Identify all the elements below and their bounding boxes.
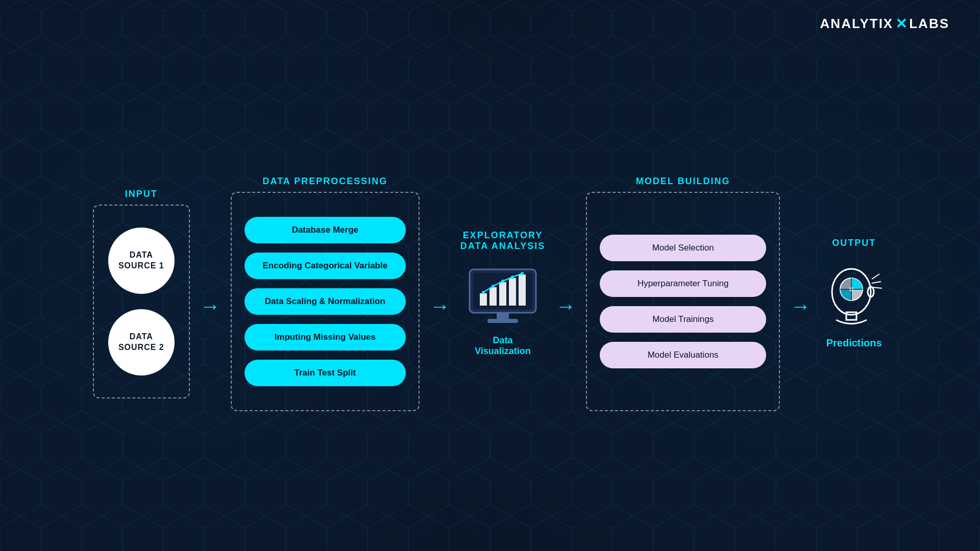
svg-rect-15: [846, 312, 856, 320]
output-section: OUTPUT: [821, 238, 887, 349]
logo-prefix: ANALYTIX: [820, 16, 894, 32]
model-building-section: MODEL BUILDING Model Selection Hyperpara…: [586, 176, 780, 411]
logo: ANALYTIX ✕ LABS: [820, 15, 949, 32]
predictions-icon: [821, 264, 887, 332]
svg-line-24: [872, 282, 881, 283]
arrow-1: →: [200, 295, 220, 318]
preprocessing-box: Database Merge Encoding Categorical Vari…: [231, 192, 420, 411]
data-source-1: DATASOURCE 1: [108, 228, 175, 294]
svg-point-7: [482, 291, 485, 294]
svg-rect-5: [509, 278, 516, 306]
step-model-evaluations: Model Evaluations: [600, 342, 766, 368]
svg-rect-6: [519, 274, 526, 306]
svg-rect-13: [487, 319, 518, 323]
svg-rect-3: [489, 287, 497, 306]
svg-line-23: [872, 274, 879, 279]
input-section: INPUT DATASOURCE 1 DATASOURCE 2: [93, 189, 190, 398]
model-building-title: MODEL BUILDING: [636, 176, 730, 187]
pipeline-container: INPUT DATASOURCE 1 DATASOURCE 2 → DATA P…: [0, 66, 980, 520]
arrow-2: →: [430, 295, 450, 318]
data-visualization-icon: [467, 267, 538, 330]
svg-point-10: [511, 276, 514, 279]
data-source-2: DATASOURCE 2: [108, 309, 175, 375]
input-box: DATASOURCE 1 DATASOURCE 2: [93, 205, 190, 398]
step-encoding: Encoding Categorical Variable: [244, 253, 406, 279]
arrow-4: →: [790, 295, 811, 318]
logo-suffix: LABS: [909, 16, 949, 32]
svg-rect-4: [499, 282, 506, 306]
step-hyperparameter: Hyperparameter Tuning: [600, 270, 766, 297]
predictions-label: Predictions: [826, 337, 882, 349]
logo-x: ✕: [895, 15, 907, 32]
svg-point-11: [521, 272, 524, 275]
svg-rect-12: [497, 313, 509, 319]
model-building-box: Model Selection Hyperparameter Tuning Mo…: [586, 192, 780, 411]
preprocessing-section: DATA PREPROCESSING Database Merge Encodi…: [231, 176, 420, 411]
output-title: OUTPUT: [832, 238, 876, 248]
step-imputing: Imputing Missing Values: [244, 324, 406, 350]
svg-point-8: [492, 285, 495, 288]
step-train-test-split: Train Test Split: [244, 360, 406, 386]
step-model-selection: Model Selection: [600, 235, 766, 261]
step-model-trainings: Model Trainings: [600, 306, 766, 333]
step-database-merge: Database Merge: [244, 217, 406, 243]
arrow-3: →: [555, 295, 576, 318]
svg-rect-2: [480, 293, 487, 306]
eda-visualization-label: DataVisualization: [475, 335, 531, 357]
eda-title: EXPLORATORYDATA ANALYSIS: [460, 230, 545, 252]
svg-point-9: [501, 280, 504, 283]
preprocessing-title: DATA PREPROCESSING: [262, 176, 387, 187]
step-scaling: Data Scaling & Normalization: [244, 288, 406, 315]
eda-section: EXPLORATORYDATA ANALYSIS: [460, 230, 545, 357]
input-title: INPUT: [125, 189, 158, 199]
